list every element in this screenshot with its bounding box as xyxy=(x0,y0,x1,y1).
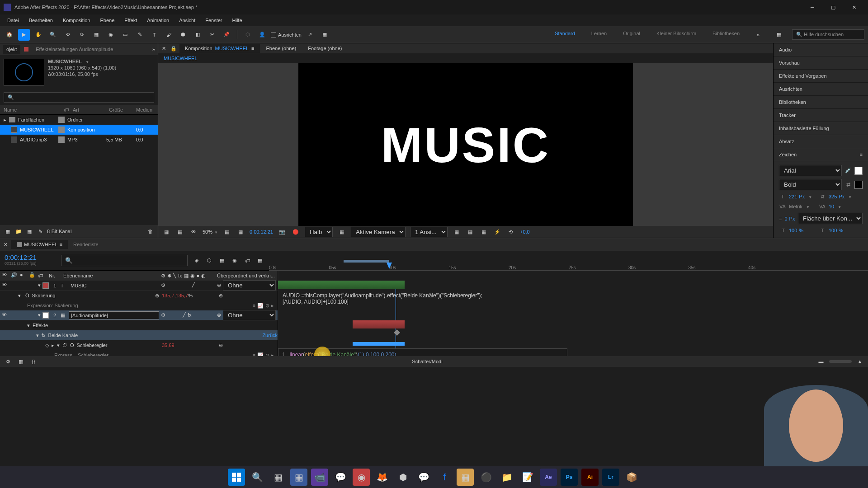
breadcrumb[interactable]: MUSICWHEEL xyxy=(164,56,198,61)
resolution-button[interactable]: ▦ xyxy=(222,227,231,236)
tl-close-icon[interactable]: ✕ xyxy=(2,240,9,249)
solo-column-icon[interactable]: ● xyxy=(20,272,27,279)
mesh-icon[interactable]: ⬡ xyxy=(242,29,254,41)
taskbar-taskview[interactable]: ▦ xyxy=(269,469,287,486)
layer-column[interactable]: Ebenenname xyxy=(60,273,159,278)
view2-button[interactable]: ▦ xyxy=(466,227,475,236)
prop-slider[interactable]: ◇▸ ▾⏱Ö Schieberegler 35,69 ⊚ xyxy=(0,340,278,350)
panel-more-icon[interactable]: » xyxy=(152,47,155,52)
taskbar-whatsapp[interactable]: 💬 xyxy=(332,469,349,486)
snap-tool[interactable]: ↗ xyxy=(304,29,316,41)
panel-audio[interactable]: Audio xyxy=(774,43,868,56)
menu-hilfe[interactable]: Hilfe xyxy=(228,16,247,25)
home-button[interactable]: 🏠 xyxy=(4,29,15,41)
views-select[interactable]: 1 Ansi... xyxy=(410,227,448,237)
col-type[interactable]: Art xyxy=(73,107,109,113)
comp-lock-icon[interactable]: 🔒 xyxy=(169,44,179,53)
project-tab[interactable]: ojekt xyxy=(3,45,20,54)
parent-select-2[interactable]: Ohne xyxy=(223,310,276,320)
hand-tool[interactable]: ✋ xyxy=(33,29,44,41)
region-button[interactable]: ▦ xyxy=(236,227,245,236)
hscale-value[interactable]: 100 % xyxy=(829,228,856,233)
expr-menu-icon[interactable]: ▸ xyxy=(271,352,274,357)
switch-icon[interactable]: fx xyxy=(178,273,182,279)
layer-bar-audioamplitude[interactable] xyxy=(353,320,405,328)
expression-scale-row[interactable]: Expression: Skalierung ≡ 📈 ⊚ ▸ xyxy=(0,300,278,310)
start-button[interactable] xyxy=(228,469,245,486)
taskbar-photoshop[interactable]: Ps xyxy=(561,469,578,486)
layer-row-music[interactable]: 👁 ▾ 1 T MUSIC ⚙╱ ⊚Ohne xyxy=(0,281,278,291)
viewer-area[interactable]: MUSIC xyxy=(158,63,773,226)
zoom-tool[interactable]: 🔍 xyxy=(47,29,59,41)
rotation-tool[interactable]: ⟳ xyxy=(76,29,88,41)
orbit-tool[interactable]: ⟲ xyxy=(61,29,73,41)
panel-align[interactable]: Ausrichten xyxy=(774,83,868,96)
vscale-value[interactable]: 100 % xyxy=(789,228,816,233)
puppet-tool[interactable]: 📌 xyxy=(221,29,232,41)
viewer-timecode[interactable]: 0:00:12:21 xyxy=(250,229,273,235)
new-folder-button[interactable]: 📁 xyxy=(14,227,23,235)
switch-icon[interactable]: ╲ xyxy=(173,273,176,279)
expr-graph-icon[interactable]: 📈 xyxy=(257,303,264,309)
menu-animation[interactable]: Animation xyxy=(142,16,174,25)
close-button[interactable]: ✕ xyxy=(844,0,864,14)
keyframe-icon[interactable] xyxy=(394,329,400,336)
menu-komposition[interactable]: Komposition xyxy=(58,16,95,25)
expr-pickwhip-icon[interactable]: ⊚ xyxy=(265,303,269,309)
selection-tool[interactable]: ▶ xyxy=(18,29,30,41)
slider-bar[interactable] xyxy=(353,342,405,346)
panel-menu-icon[interactable]: ≡ xyxy=(251,46,254,51)
taskbar-obs[interactable]: ⚫ xyxy=(477,469,495,486)
prop-both-channels[interactable]: ▾fxBeide Kanäle Zurück xyxy=(0,330,278,340)
workspace-kleiner[interactable]: Kleiner Bildschirm xyxy=(653,29,700,41)
switch-icon[interactable]: ◐ xyxy=(201,273,206,279)
col-name[interactable]: Name xyxy=(4,107,64,113)
comp-tab-main[interactable]: Komposition MUSICWHEEL ≡ xyxy=(179,44,260,53)
expr-pickwhip-icon[interactable]: ⊚ xyxy=(265,352,269,357)
taskbar-after-effects[interactable]: Ae xyxy=(540,469,557,486)
tl-footer-btn3[interactable]: {} xyxy=(29,357,38,366)
view1-button[interactable]: ▦ xyxy=(452,227,461,236)
tl-footer-btn1[interactable]: ⚙ xyxy=(4,357,13,366)
panel-content-aware[interactable]: Inhaltsbasierte Füllung xyxy=(774,122,868,135)
col-tag[interactable]: 🏷 xyxy=(64,107,73,113)
panel-libraries[interactable]: Bibliotheken xyxy=(774,96,868,109)
parent-select[interactable]: Ohne xyxy=(223,280,276,291)
panel-paragraph[interactable]: Absatz xyxy=(774,135,868,148)
col-media[interactable]: Medien xyxy=(136,107,154,113)
menu-datei[interactable]: Datei xyxy=(3,16,24,25)
tl-footer-btn2[interactable]: ▦ xyxy=(16,357,25,366)
kerning-value[interactable]: Metrik xyxy=(789,204,816,209)
zoom-in-icon[interactable]: ▲ xyxy=(855,357,864,366)
panel-character[interactable]: Zeichen≡ xyxy=(774,148,868,161)
swap-icon[interactable]: ⇄ xyxy=(844,181,852,188)
panel-tracker[interactable]: Tracker xyxy=(774,109,868,122)
taskbar-explorer[interactable]: 📁 xyxy=(498,469,515,486)
eyedropper-icon[interactable]: 💉 xyxy=(844,167,852,174)
panel-preview[interactable]: Vorschau xyxy=(774,56,868,70)
switch-icon[interactable]: ◉ xyxy=(190,273,195,279)
stroke-color-swatch[interactable] xyxy=(854,181,863,189)
expr-enable-icon[interactable]: ≡ xyxy=(253,352,255,357)
expression-slider-row[interactable]: Express... Schieberegler ≡ 📈 ⊚ ▸ xyxy=(0,350,278,356)
reset-exposure-button[interactable]: ⟲ xyxy=(506,227,515,236)
maximize-button[interactable]: ▢ xyxy=(823,0,844,14)
minimize-button[interactable]: ─ xyxy=(802,0,823,14)
project-item-folder[interactable]: ▸ Farbflächen Ordner xyxy=(0,115,158,125)
footage-tab[interactable]: Footage (ohne) xyxy=(302,44,347,53)
proxy-tool[interactable]: ▦ xyxy=(319,29,330,41)
workspace-more[interactable]: » xyxy=(752,29,764,41)
fill-color-swatch[interactable] xyxy=(854,167,863,175)
color-depth-label[interactable]: 8-Bit-Kanal xyxy=(47,229,71,234)
menu-fenster[interactable]: Fenster xyxy=(201,16,226,25)
taskbar-app6[interactable]: 📦 xyxy=(623,469,640,486)
taskbar-facebook[interactable]: f xyxy=(436,469,453,486)
workspace-grid[interactable]: ▦ xyxy=(773,29,785,41)
interpret-footage-button[interactable]: ▦ xyxy=(4,227,12,235)
project-item-comp[interactable]: MUSICWHEEL Komposition 0:0 xyxy=(0,125,158,135)
prop-scale[interactable]: ▾ Ö Skalierung ⊚ 135,7,135,7% ⊚ xyxy=(0,291,278,300)
switches-modes-toggle[interactable]: Schalter/Modi xyxy=(412,359,442,364)
taskbar-app5[interactable]: ▦ xyxy=(457,469,474,486)
menu-ebene[interactable]: Ebene xyxy=(95,16,119,25)
expr-graph-icon[interactable]: 📈 xyxy=(257,352,264,357)
